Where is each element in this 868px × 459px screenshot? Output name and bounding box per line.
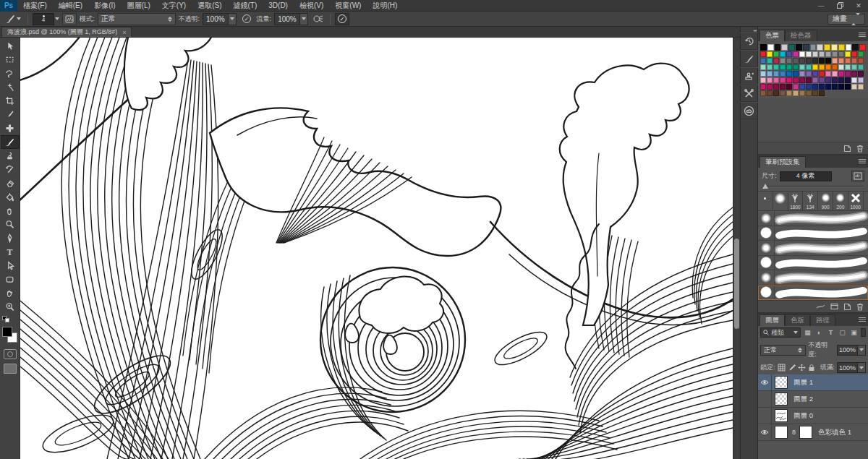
brush-tip-fuzzy[interactable]: 200 xyxy=(833,192,848,210)
color-swatch[interactable] xyxy=(832,64,838,70)
color-swatch[interactable] xyxy=(858,71,864,77)
layer-fill-field[interactable]: 100% xyxy=(837,362,858,373)
stroke-preview-icon[interactable] xyxy=(816,303,825,310)
color-swatch[interactable] xyxy=(773,84,779,90)
color-swatch[interactable] xyxy=(760,71,766,77)
color-swatch[interactable] xyxy=(760,77,766,83)
brush-size-field[interactable]: 4 像素 xyxy=(780,171,832,181)
layer-thumbnail[interactable] xyxy=(775,392,788,406)
color-swatch[interactable] xyxy=(767,58,773,64)
brush-preset[interactable] xyxy=(758,211,868,226)
filter-shape-layers-icon[interactable]: ▢ xyxy=(838,328,847,338)
menu-3D[interactable]: 3D(D) xyxy=(263,0,294,11)
layer-row-圖層 2[interactable]: 圖層 2 xyxy=(758,391,868,408)
color-swatch[interactable] xyxy=(812,84,818,90)
color-swatch[interactable] xyxy=(767,90,773,96)
path-selection-tool[interactable] xyxy=(1,259,20,273)
color-swatch[interactable] xyxy=(793,64,799,70)
lock-pixels-icon[interactable] xyxy=(788,364,796,372)
clone-stamp-tool[interactable] xyxy=(1,149,20,163)
rectangular-marquee-tool[interactable] xyxy=(1,53,20,67)
pressure-size-button[interactable] xyxy=(335,13,349,25)
menu-影像[interactable]: 影像(I) xyxy=(88,0,121,11)
color-swatch[interactable] xyxy=(838,71,844,77)
trash-icon[interactable] xyxy=(856,303,864,311)
lasso-tool[interactable] xyxy=(1,67,20,80)
visibility-toggle[interactable] xyxy=(758,374,772,390)
color-swatch[interactable] xyxy=(858,58,864,64)
color-swatch[interactable] xyxy=(819,90,825,96)
blend-mode-select[interactable]: 正常 xyxy=(98,13,176,25)
color-swatch[interactable] xyxy=(760,90,766,96)
color-swatch[interactable] xyxy=(810,44,817,51)
tab-路徑[interactable]: 路徑 xyxy=(810,314,835,326)
clone-source-panel-icon[interactable] xyxy=(740,67,758,85)
hand-tool[interactable] xyxy=(1,286,20,300)
color-swatch[interactable] xyxy=(845,71,851,77)
history-panel-icon[interactable] xyxy=(740,33,758,50)
brush-size-preview[interactable]: 4 xyxy=(33,13,54,25)
tool-presets-panel-icon[interactable] xyxy=(740,85,758,102)
color-swatch[interactable] xyxy=(824,44,830,51)
brush-preset[interactable] xyxy=(758,241,868,256)
color-swatch[interactable] xyxy=(767,71,773,77)
brush-preset[interactable] xyxy=(758,270,868,286)
color-swatch[interactable] xyxy=(773,77,779,83)
flow-value-field[interactable]: 100% xyxy=(274,13,300,25)
panel-menu-icon[interactable] xyxy=(859,32,866,38)
color-swatch[interactable] xyxy=(786,51,792,57)
layer-fill-arrow[interactable] xyxy=(858,362,866,373)
default-colors-icon[interactable] xyxy=(2,316,12,323)
color-swatch[interactable] xyxy=(760,64,766,70)
color-swatch[interactable] xyxy=(838,84,844,90)
menu-文字[interactable]: 文字(Y) xyxy=(156,0,192,11)
color-swatch[interactable] xyxy=(806,51,812,57)
color-swatch[interactable] xyxy=(760,44,767,51)
eraser-tool[interactable] xyxy=(1,176,20,190)
lock-position-icon[interactable] xyxy=(798,364,806,372)
color-swatch[interactable] xyxy=(812,64,818,70)
color-swatch[interactable] xyxy=(767,44,774,51)
color-swatch[interactable] xyxy=(788,44,795,51)
color-swatch[interactable] xyxy=(858,64,864,70)
visibility-toggle[interactable] xyxy=(758,391,772,407)
lock-transparency-icon[interactable] xyxy=(778,364,786,372)
color-swatch[interactable] xyxy=(806,90,812,96)
scrollbar-thumb[interactable] xyxy=(734,239,739,329)
color-swatch[interactable] xyxy=(825,64,831,70)
menu-濾鏡[interactable]: 濾鏡(T) xyxy=(228,0,263,11)
layer-thumbnail[interactable] xyxy=(775,376,788,389)
paint-bucket-tool[interactable] xyxy=(1,190,20,204)
color-swatch[interactable] xyxy=(773,51,779,57)
quick-mask-button[interactable] xyxy=(4,349,17,359)
trash-icon[interactable] xyxy=(856,145,864,153)
color-swatch[interactable] xyxy=(799,51,805,57)
rectangle-shape-tool[interactable] xyxy=(1,273,20,286)
crop-tool[interactable] xyxy=(1,94,20,108)
color-swatch[interactable] xyxy=(812,71,818,77)
brush-tip-soft[interactable] xyxy=(773,192,788,210)
menu-檢視[interactable]: 檢視(V) xyxy=(294,0,329,11)
color-swatch[interactable] xyxy=(838,77,844,83)
color-swatch[interactable] xyxy=(806,77,812,83)
slider-knob[interactable] xyxy=(762,184,768,189)
color-swatch[interactable] xyxy=(851,84,857,90)
color-swatch[interactable] xyxy=(780,77,786,83)
color-swatch[interactable] xyxy=(819,58,825,64)
color-swatch[interactable] xyxy=(812,51,818,57)
layer-thumbnail[interactable] xyxy=(775,409,788,422)
color-swatch[interactable] xyxy=(781,44,788,51)
menu-圖層[interactable]: 圖層(L) xyxy=(122,0,156,11)
color-swatch[interactable] xyxy=(825,77,831,83)
flow-dropdown-arrow[interactable] xyxy=(300,13,308,25)
smudge-tool[interactable] xyxy=(1,204,20,218)
color-swatch[interactable] xyxy=(793,84,799,90)
color-swatch[interactable] xyxy=(832,51,838,57)
color-swatch[interactable] xyxy=(767,51,773,57)
eyedropper-tool[interactable] xyxy=(1,108,20,121)
brush-size-dropdown-arrow[interactable] xyxy=(55,17,59,20)
color-swatch[interactable] xyxy=(773,64,779,70)
color-swatch[interactable] xyxy=(831,44,838,51)
color-swatch[interactable] xyxy=(812,90,818,96)
lock-all-icon[interactable] xyxy=(808,364,815,372)
